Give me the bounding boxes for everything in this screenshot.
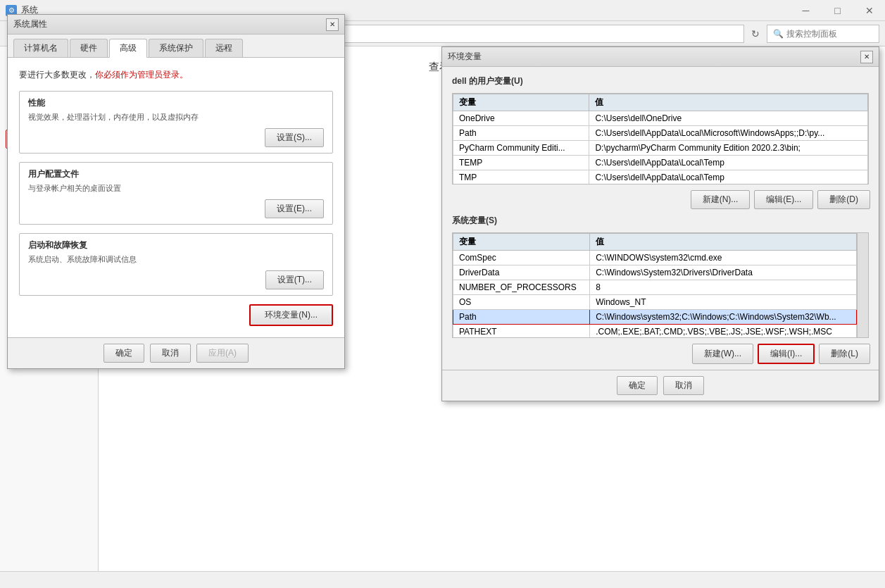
var-value: C:\Users\dell\AppData\Local\Temp xyxy=(589,170,868,185)
profile-section: 用户配置文件 与登录帐户相关的桌面设置 设置(E)... xyxy=(99,162,333,225)
table-row[interactable]: PATHEXT .COM;.EXE;.BAT;.CMD;.VBS;.VBE;.J… xyxy=(453,325,857,339)
env-ok-button[interactable]: 确定 xyxy=(617,376,658,395)
env-dialog-close[interactable]: ✕ xyxy=(860,51,873,63)
user-vars-section: dell 的用户变量(U) 变量 值 OneDrive C:\Users\del… xyxy=(442,67,879,184)
tab-advanced[interactable]: 高级 xyxy=(109,46,147,58)
env-variables-button[interactable]: 环境变量(N)... xyxy=(249,304,333,326)
sys-vars-section: 系统变量(S) 变量 值 ComSpec C:\WINDOWS\system32… xyxy=(442,215,879,338)
user-vars-col-var: 变量 xyxy=(453,94,589,111)
var-value: D:\pycharm\PyCharm Community Edition 202… xyxy=(589,141,868,156)
performance-settings-button[interactable]: 设置(S)... xyxy=(265,128,324,147)
startup-settings-button[interactable]: 设置(T)... xyxy=(265,270,324,289)
var-name: Path xyxy=(453,310,590,325)
var-value: C:\WINDOWS\system32\cmd.exe xyxy=(590,251,857,265)
sys-vars-col-var: 变量 xyxy=(453,234,590,251)
var-value: C:\Users\dell\AppData\Local\Microsoft\Wi… xyxy=(589,126,868,141)
profile-settings-button[interactable]: 设置(E)... xyxy=(265,199,324,218)
user-delete-button[interactable]: 删除(D) xyxy=(817,190,870,209)
env-dialog-title-text: 环境变量 xyxy=(448,51,860,63)
minimize-button[interactable]: ─ xyxy=(790,0,822,21)
path-row[interactable]: Path C:\Windows\system32;C:\Windows;C:\W… xyxy=(453,310,857,325)
user-vars-table: 变量 值 OneDrive C:\Users\dell\OneDrive Pat… xyxy=(453,94,868,184)
perf-title: 性能 xyxy=(99,97,324,109)
var-name: NUMBER_OF_PROCESSORS xyxy=(453,280,590,295)
sys-vars-title: 系统变量(S) xyxy=(452,215,869,228)
var-name: TEMP xyxy=(453,156,589,170)
user-edit-button[interactable]: 编辑(E)... xyxy=(754,190,813,209)
search-input[interactable] xyxy=(786,29,871,39)
sys-props-body: 要进行大多数更改，你必须作为管理员登录。 性能 视觉效果，处理器计划，内存使用，… xyxy=(99,58,344,337)
sys-vars-table-container[interactable]: 变量 值 ComSpec C:\WINDOWS\system32\cmd.exe… xyxy=(452,232,869,338)
var-value: C:\Windows\System32\Drivers\DriverData xyxy=(590,265,857,280)
var-value: Windows_NT xyxy=(590,295,857,310)
table-row[interactable]: OS Windows_NT xyxy=(453,295,857,310)
ok-button[interactable]: 确定 xyxy=(103,344,144,363)
search-icon: 🔍 xyxy=(773,29,784,39)
user-new-button[interactable]: 新建(N)... xyxy=(691,190,751,209)
env-variables-dialog: 环境变量 ✕ dell 的用户变量(U) 变量 值 OneDrive C:\Us… xyxy=(441,46,879,401)
close-button[interactable]: ✕ xyxy=(853,0,885,21)
env-cancel-button[interactable]: 取消 xyxy=(663,376,704,395)
maximize-button[interactable]: □ xyxy=(822,0,853,21)
apply-button[interactable]: 应用(A) xyxy=(196,344,249,363)
sys-delete-button[interactable]: 删除(L) xyxy=(819,344,870,364)
var-name: PATHEXT xyxy=(453,325,590,339)
profile-desc: 与登录帐户相关的桌面设置 xyxy=(99,183,324,194)
startup-section: 启动和故障恢复 系统启动、系统故障和调试信息 设置(T)... xyxy=(99,233,333,296)
table-row[interactable]: NUMBER_OF_PROCESSORS 8 xyxy=(453,280,857,295)
user-vars-title: dell 的用户变量(U) xyxy=(452,75,869,89)
var-name: TMP xyxy=(453,170,589,185)
table-row[interactable]: TEMP C:\Users\dell\AppData\Local\Temp xyxy=(453,156,868,170)
tab-bar: 计算机名 硬件 高级 系统保护 远程 xyxy=(99,46,344,58)
var-value: C:\Users\dell\AppData\Local\Temp xyxy=(589,156,868,170)
sys-vars-col-val: 值 xyxy=(590,234,857,251)
tab-hardware[interactable]: 硬件 xyxy=(99,46,108,57)
tab-remote[interactable]: 远程 xyxy=(205,46,243,57)
var-name: DriverData xyxy=(453,265,590,280)
status-bar xyxy=(0,571,885,588)
table-row[interactable]: OneDrive C:\Users\dell\OneDrive xyxy=(453,111,868,126)
startup-desc: 系统启动、系统故障和调试信息 xyxy=(99,254,324,265)
var-name: OS xyxy=(453,295,590,310)
table-row[interactable]: ComSpec C:\WINDOWS\system32\cmd.exe xyxy=(453,251,857,265)
table-row[interactable]: DriverData C:\Windows\System32\Drivers\D… xyxy=(453,265,857,280)
table-row[interactable]: TMP C:\Users\dell\AppData\Local\Temp xyxy=(453,170,868,185)
var-name: PyCharm Community Editi... xyxy=(453,141,589,156)
search-box[interactable]: 🔍 xyxy=(767,25,879,43)
cancel-button[interactable]: 取消 xyxy=(150,344,191,363)
var-name: ComSpec xyxy=(453,251,590,265)
var-name: Path xyxy=(453,126,589,141)
scrollbar[interactable] xyxy=(857,233,868,337)
user-vars-table-container[interactable]: 变量 值 OneDrive C:\Users\dell\OneDrive Pat… xyxy=(452,93,869,184)
profile-title: 用户配置文件 xyxy=(99,168,324,180)
performance-section: 性能 视觉效果，处理器计划，内存使用，以及虚拟内存 设置(S)... xyxy=(99,91,333,154)
var-value: .COM;.EXE;.BAT;.CMD;.VBS;.VBE;.JS;.JSE;.… xyxy=(590,325,857,339)
tab-system-protection[interactable]: 系统保护 xyxy=(149,46,203,57)
table-row[interactable]: Path C:\Users\dell\AppData\Local\Microso… xyxy=(453,126,868,141)
sys-vars-table: 变量 值 ComSpec C:\WINDOWS\system32\cmd.exe… xyxy=(453,233,857,338)
warning-text: 要进行大多数更改，你必须作为管理员登录。 xyxy=(99,69,333,81)
sys-props-footer: 确定 取消 应用(A) xyxy=(99,337,344,368)
sys-vars-buttons: 新建(W)... 编辑(I)... 删除(L) xyxy=(442,338,879,370)
startup-title: 启动和故障恢复 xyxy=(99,239,324,251)
var-name: OneDrive xyxy=(453,111,589,126)
sys-new-button[interactable]: 新建(W)... xyxy=(692,344,753,364)
var-value: C:\Windows\system32;C:\Windows;C:\Window… xyxy=(590,310,857,325)
sys-edit-button[interactable]: 编辑(I)... xyxy=(758,344,815,364)
perf-desc: 视觉效果，处理器计划，内存使用，以及虚拟内存 xyxy=(99,112,324,123)
user-vars-buttons: 新建(N)... 编辑(E)... 删除(D) xyxy=(442,184,879,215)
table-row[interactable]: PyCharm Community Editi... D:\pycharm\Py… xyxy=(453,141,868,156)
env-dialog-footer: 确定 取消 xyxy=(442,370,879,401)
env-dialog-title-bar: 环境变量 ✕ xyxy=(442,47,879,67)
var-value: 8 xyxy=(590,280,857,295)
refresh-button[interactable]: ↻ xyxy=(747,25,764,42)
var-value: C:\Users\dell\OneDrive xyxy=(589,111,868,126)
system-properties-dialog: 系统属性 ✕ 计算机名 硬件 高级 系统保护 远程 要进行大多数更改，你必须作为… xyxy=(99,46,345,369)
user-vars-col-val: 值 xyxy=(589,94,868,111)
title-controls: ─ □ ✕ xyxy=(790,0,885,21)
